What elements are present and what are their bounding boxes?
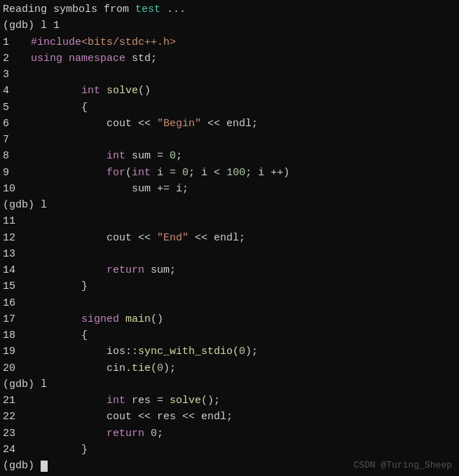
code-content-4: int solve() [31,83,151,99]
test-filename: test [135,4,160,15]
gdb-reading-text: Reading symbols from test ... [3,1,186,18]
line-number-5: 5 [3,100,31,116]
line-number-19: 19 [3,344,31,360]
gdb-command-l1: (gdb) l 1 [0,18,459,34]
gdb-command-l2: (gdb) l [0,197,459,213]
code-line-6: 6 cout << "Begin" << endl; [0,116,459,132]
line-number-2: 2 [3,50,31,67]
gdb-prompt-final: (gdb) [3,458,48,474]
code-line-5: 5 { [0,100,459,116]
line-number-21: 21 [3,393,31,409]
code-content-2: using namespace std; [31,50,157,67]
gdb-command-l3: (gdb) l [0,376,459,393]
code-line-9: 9 for(int i = 0; i < 100; i ++) [0,165,459,181]
code-line-16: 16 [0,295,459,311]
code-line-24: 24 } [0,442,459,458]
gdb-prompt-2: (gdb) l [3,197,47,213]
watermark-text: CSDN @Turing_Sheep [354,460,452,470]
code-line-23: 23 return 0; [0,426,459,442]
code-content-23: return 0; [31,426,163,442]
line-number-16: 16 [3,295,31,311]
line-number-20: 20 [3,360,31,376]
code-line-10: 10 sum += i; [0,181,459,197]
terminal-cursor [41,461,48,472]
gdb-reading-line: Reading symbols from test ... [0,1,459,18]
line-number-12: 12 [3,230,31,246]
line-number-24: 24 [3,442,31,458]
code-line-14: 14 return sum; [0,262,459,278]
code-content-1: #include<bits/stdc++.h> [31,34,176,50]
code-content-24: } [31,442,88,458]
code-content-15: } [31,278,88,294]
code-line-17: 17 signed main() [0,311,459,327]
code-content-19: ios::sync_with_stdio(0); [31,344,258,360]
code-line-1: 1 #include<bits/stdc++.h> [0,34,459,50]
gdb-prompt-1: (gdb) l 1 [3,18,60,34]
code-content-20: cin.tie(0); [31,360,176,376]
code-line-20: 20 cin.tie(0); [0,360,459,376]
code-line-3: 3 [0,67,459,83]
code-content-22: cout << res << endl; [31,409,233,425]
line-number-22: 22 [3,409,31,425]
code-content-21: int res = solve(); [31,393,220,409]
code-line-4: 4 int solve() [0,83,459,99]
code-content-17: signed main() [31,311,163,327]
code-line-15: 15 } [0,278,459,294]
code-content-14: return sum; [31,262,176,278]
line-number-23: 23 [3,426,31,442]
code-line-7: 7 [0,132,459,148]
line-number-13: 13 [3,246,31,262]
code-content-6: cout << "Begin" << endl; [31,116,258,132]
code-content-8: int sum = 0; [31,148,182,164]
code-content-18: { [31,327,88,344]
line-number-8: 8 [3,148,31,164]
code-content-10: sum += i; [31,181,189,197]
line-number-3: 3 [3,67,31,83]
code-line-19: 19 ios::sync_with_stdio(0); [0,344,459,360]
line-number-4: 4 [3,83,31,99]
code-line-13: 13 [0,246,459,262]
code-line-21: 21 int res = solve(); [0,393,459,409]
code-line-8: 8 int sum = 0; [0,148,459,164]
line-number-7: 7 [3,132,31,148]
line-number-6: 6 [3,116,31,132]
line-number-15: 15 [3,278,31,294]
code-line-22: 22 cout << res << endl; [0,409,459,425]
line-number-14: 14 [3,262,31,278]
code-content-9: for(int i = 0; i < 100; i ++) [31,165,289,181]
code-line-11: 11 [0,213,459,229]
code-line-12: 12 cout << "End" << endl; [0,230,459,246]
line-number-18: 18 [3,327,31,344]
line-number-1: 1 [3,34,31,50]
line-number-10: 10 [3,181,31,197]
code-content-12: cout << "End" << endl; [31,230,245,246]
code-line-18: 18 { [0,327,459,344]
line-number-9: 9 [3,165,31,181]
gdb-prompt-3: (gdb) l [3,376,47,393]
code-content-5: { [31,100,88,116]
terminal: Reading symbols from test ... (gdb) l 1 … [0,0,459,476]
line-number-11: 11 [3,213,31,229]
code-line-2: 2 using namespace std; [0,50,459,67]
line-number-17: 17 [3,311,31,327]
